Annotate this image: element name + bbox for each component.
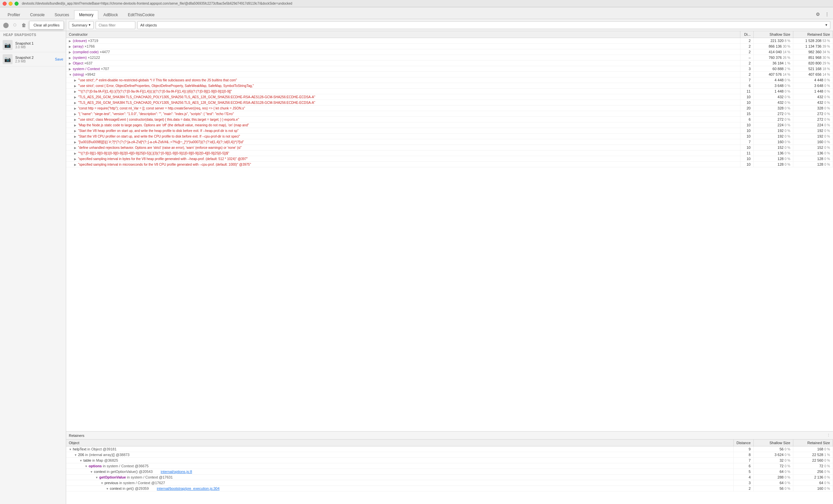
expand-arrow[interactable]: ▶ (74, 101, 78, 104)
table-row[interactable]: ▶ "const http = require("http"); const m… (66, 105, 833, 111)
expand-arrow[interactable]: ▶ (69, 62, 73, 65)
expand-arrow[interactable]: ▶ (69, 51, 73, 54)
retainers-toggle[interactable]: ⋮ (827, 433, 830, 437)
table-row[interactable]: ▶ Object ×637236 184 1 %820 800 29 % (66, 61, 833, 66)
retainer-row[interactable]: ▼ table in Map @36825732 0 %22 560 0 % (66, 458, 833, 463)
expand-arrow[interactable]: ▶ (74, 146, 78, 149)
expand-arrow[interactable]: ▶ (69, 56, 73, 59)
retainer-row[interactable]: ▼ previous in system / Context @17627364… (66, 480, 833, 486)
expand-arrow[interactable]: ▼ (90, 470, 94, 474)
tab-profiler[interactable]: Profiler (3, 10, 25, 19)
expand-arrow[interactable]: ▶ (74, 96, 78, 99)
expand-arrow[interactable]: ▶ (74, 107, 78, 110)
expand-arrow[interactable]: ▶ (74, 84, 78, 88)
table-row[interactable]: ▶ "'use strict'; const { Error, ObjectDe… (66, 83, 833, 89)
table-row[interactable]: ▶ "^((?:(?:[0-9a-fA-F]{1,4}):){7}(?:(?:[… (66, 89, 833, 94)
retainer-row[interactable]: ▼ context in get() @29359 internal/boots… (66, 486, 833, 491)
retainer-retained-cell: 160 0 % (793, 486, 833, 491)
retainer-name: helpText (73, 447, 86, 451)
expand-arrow[interactable]: ▶ (69, 68, 73, 71)
table-row[interactable]: ▶ "TLS_AES_256_GCM_SHA384:TLS_CHACHA20_P… (66, 100, 833, 105)
table-row[interactable]: ▼ (string) ×99422407 576 14 %407 656 14 … (66, 72, 833, 77)
expand-arrow[interactable]: ▼ (69, 73, 73, 76)
table-row[interactable]: ▶ "Start the V8 heap profiler on start u… (66, 128, 833, 134)
expand-arrow[interactable]: ▶ (74, 163, 78, 166)
table-row[interactable]: ▶ system / Context ×707360 888 2 %521 16… (66, 66, 833, 72)
tab-sources[interactable]: Sources (50, 10, 74, 19)
table-row[interactable]: ▶ "specified sampling interval in micros… (66, 162, 833, 167)
minimize-button[interactable] (8, 2, 13, 6)
retainer-row[interactable]: ▼ getOptionValue in system / Context @17… (66, 475, 833, 480)
retained-size-cell: 982 360 34 % (793, 49, 833, 55)
expand-arrow[interactable]: ▶ (74, 124, 78, 127)
retainer-link[interactable]: internal/bootstrap/pre_execution.js:304 (157, 486, 220, 490)
retainer-shallow-cell: 56 0 % (754, 447, 793, 452)
table-row[interactable]: ▶ (array) ×17662866 136 30 %1 134 736 39… (66, 44, 833, 49)
fullscreen-button[interactable] (15, 2, 19, 6)
all-objects-dropdown[interactable]: All objects ▾ (137, 21, 830, 29)
expand-arrow[interactable]: ▼ (69, 448, 73, 451)
expand-arrow[interactable]: ▶ (69, 39, 73, 43)
clear-all-profiles-button[interactable]: Clear all profiles (29, 21, 64, 29)
expand-arrow[interactable]: ▶ (74, 113, 78, 116)
table-row[interactable]: ▶ "[\u001B\u009B][[\]()`#;?]*(?:(?:(?:[a… (66, 139, 833, 145)
snapshot-save-button[interactable]: Save (55, 57, 63, 61)
expand-arrow[interactable]: ▶ (74, 152, 78, 155)
table-row[interactable]: ▶ "TLS_AES_256_GCM_SHA384:TLS_CHACHA20_P… (66, 94, 833, 100)
snapshot-name-1: Snapshot 1 (15, 41, 63, 45)
retainer-row[interactable]: ▼ 206 in (internal array)[] @3887383 624… (66, 452, 833, 458)
retained-size-cell: 4 448 0 % (793, 77, 833, 83)
retainer-link[interactable]: internal/options.js:8 (161, 470, 192, 474)
close-button[interactable] (3, 2, 7, 6)
record-button[interactable]: ⬤ (2, 21, 9, 29)
retained-size-cell: 272 0 % (793, 111, 833, 117)
retainer-row[interactable]: ▼ context in getOptionValue() @20543 int… (66, 469, 833, 475)
retainer-row[interactable]: ▼ options in system / Context @36675672 … (66, 463, 833, 469)
class-filter-input[interactable] (96, 21, 135, 29)
tab-memory[interactable]: Memory (74, 10, 98, 19)
table-row[interactable]: ▶ "Map the Node.js static code to large … (66, 122, 833, 128)
expand-arrow[interactable]: ▶ (74, 141, 78, 144)
tab-editthiscookie[interactable]: EditThisCookie (123, 10, 160, 19)
table-row[interactable]: ▶ (compiled code) ×44772414 040 14 %982 … (66, 49, 833, 55)
delete-button[interactable]: 🗑 (20, 21, 28, 29)
tab-adblock[interactable]: AdBlock (98, 10, 123, 19)
constructor-name: Object (73, 61, 84, 65)
expand-arrow[interactable]: ▶ (74, 158, 78, 161)
distance-cell: 10 (740, 162, 754, 167)
expand-arrow[interactable]: ▼ (85, 465, 89, 468)
expand-arrow[interactable]: ▼ (79, 459, 84, 462)
table-row[interactable]: ▶ "'use strict'; class MessageEvent { co… (66, 117, 833, 122)
table-row[interactable]: ▶ "define unhandled rejections behavior.… (66, 145, 833, 150)
retainers-header: Retainers ⋮ (66, 432, 833, 439)
expand-arrow[interactable]: ▶ (74, 135, 78, 138)
table-row[interactable]: ▶ "{ "name": "siege-test", "version": "1… (66, 111, 833, 117)
table-row[interactable]: ▶ "Start the V8 CPU profiler on start up… (66, 134, 833, 139)
table-row[interactable]: ▶ (closure) ×37192221 320 8 %1 528 208 5… (66, 38, 833, 44)
count-badge: ×707 (101, 67, 109, 71)
expand-arrow[interactable]: ▼ (74, 453, 78, 457)
expand-arrow[interactable]: ▶ (74, 118, 78, 121)
snapshot-item-1[interactable]: 📷 Snapshot 1 3.0 MB (0, 38, 66, 52)
expand-arrow[interactable]: ▶ (74, 79, 78, 82)
table-row[interactable]: ▶ (system) ×12122–760 376 26 %851 968 30… (66, 55, 833, 61)
expand-arrow[interactable]: ▶ (74, 129, 78, 133)
settings-icon[interactable]: ⚙ (814, 11, 821, 18)
table-row[interactable]: ▶ "specified sampling interval in bytes … (66, 156, 833, 162)
table-row[interactable]: ▶ "^((?:[0-9]|[1-9][0-9]|1[0-9][0-9]|2[0… (66, 150, 833, 156)
shallow-size-cell: 272 0 % (754, 111, 793, 117)
stop-button[interactable]: ⬡ (11, 21, 19, 29)
header-constructor: Constructor (66, 31, 740, 38)
expand-arrow[interactable]: ▼ (95, 476, 99, 479)
distance-cell: 10 (740, 122, 754, 128)
snapshot-item-2[interactable]: 📷 Snapshot 2 2.9 MB Save (0, 52, 66, 67)
tab-console[interactable]: Console (25, 10, 50, 19)
expand-arrow[interactable]: ▼ (100, 481, 104, 485)
more-tools-icon[interactable]: ⋮ (824, 11, 830, 18)
expand-arrow[interactable]: ▶ (69, 45, 73, 48)
summary-dropdown[interactable]: Summary ▾ (69, 21, 94, 29)
expand-arrow[interactable]: ▼ (106, 487, 110, 490)
table-row[interactable]: ▶ "'use strict'; /* eslint-disable no-re… (66, 77, 833, 83)
retainer-row[interactable]: ▼ helpText in Object @39181956 0 %168 0 … (66, 447, 833, 452)
expand-arrow[interactable]: ▶ (74, 90, 78, 93)
